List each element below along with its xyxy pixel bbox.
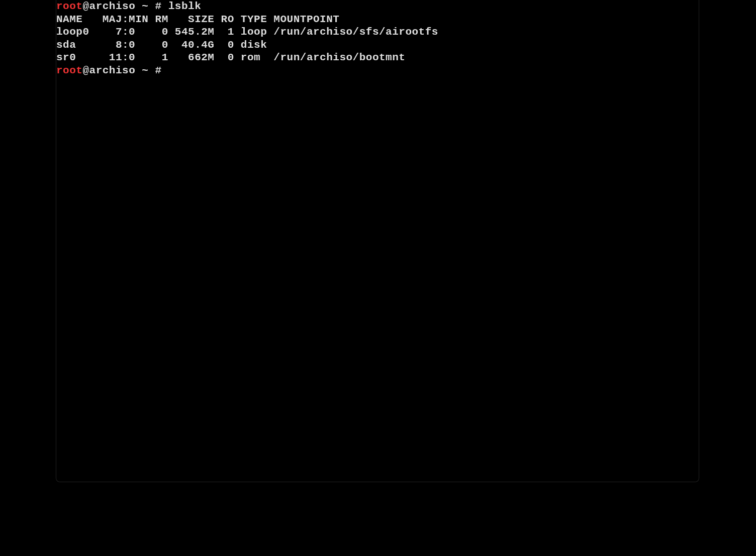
terminal-output[interactable]: root@archiso ~ # lsblk NAME MAJ:MIN RM S…: [56, 0, 699, 77]
prompt-host: @archiso ~ #: [82, 1, 168, 12]
lsblk-row-sda: sda 8:0 0 40.4G 0 disk: [56, 39, 273, 51]
lsblk-row-loop0: loop0 7:0 0 545.2M 1 loop /run/archiso/s…: [56, 26, 438, 38]
lsblk-header: NAME MAJ:MIN RM SIZE RO TYPE MOUNTPOINT: [56, 14, 339, 25]
prompt-user-2: root: [56, 65, 82, 76]
command-text: lsblk: [168, 1, 202, 12]
prompt-user: root: [56, 1, 82, 12]
prompt-host-2: @archiso ~ #: [82, 65, 168, 76]
terminal-window[interactable]: root@archiso ~ # lsblk NAME MAJ:MIN RM S…: [56, 0, 699, 482]
lsblk-row-sr0: sr0 11:0 1 662M 0 rom /run/archiso/bootm…: [56, 52, 405, 63]
